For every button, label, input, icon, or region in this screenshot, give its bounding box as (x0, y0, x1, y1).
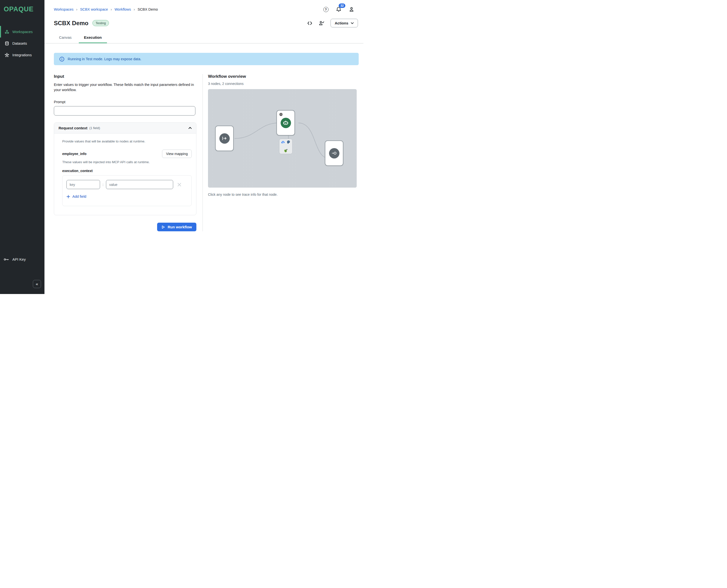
help-icon[interactable]: ? (323, 6, 329, 12)
sidebar-item-datasets[interactable]: Datasets (0, 38, 44, 49)
app-root: OPAQUE Workspaces Dataset (0, 0, 363, 294)
tab-execution[interactable]: Execution (79, 33, 107, 43)
input-column: Input Enter values to trigger your workf… (54, 74, 200, 231)
sidebar-item-api-key[interactable]: API Key (0, 254, 44, 264)
collapse-row: « (0, 264, 44, 288)
datasets-icon (5, 41, 9, 46)
mcp-tools-card[interactable] (279, 139, 292, 154)
chevron-down-icon (351, 22, 354, 24)
columns: Input Enter values to trigger your workf… (54, 74, 359, 231)
context-field-note: These values will be injected into MCP A… (62, 160, 192, 164)
breadcrumb-separator: › (134, 7, 135, 12)
sidebar-item-integrations[interactable]: Integrations (0, 49, 44, 61)
sidebar: OPAQUE Workspaces Dataset (0, 0, 44, 294)
request-context-title: Request context (59, 126, 87, 130)
breadcrumb-separator: › (76, 7, 78, 12)
sidebar-item-label: Workspaces (12, 29, 33, 34)
overview-title: Workflow overview (208, 74, 357, 79)
run-row: Run workflow (54, 223, 196, 231)
context-field-name: employee_info (62, 152, 86, 156)
actions-label: Actions (335, 21, 348, 25)
integrations-icon (5, 53, 9, 57)
execution-context-label: execution_context (62, 169, 192, 173)
agent-robot-icon (281, 118, 291, 128)
plus-icon (66, 195, 70, 198)
add-field-label: Add field (73, 194, 86, 198)
green-connector-icon (284, 149, 288, 152)
title-row: SCBX Demo Testing Actions (44, 12, 363, 27)
topbar-icons: ? 32 (323, 6, 358, 12)
input-section-description: Enter values to trigger your workflow. T… (54, 82, 196, 92)
actions-button[interactable]: Actions (330, 19, 358, 27)
input-node-icon (219, 133, 230, 144)
sidebar-collapse-button[interactable]: « (33, 280, 41, 288)
breadcrumb-workflows[interactable]: Workflows (115, 7, 131, 12)
app-logo: OPAQUE (0, 0, 44, 13)
breadcrumb-workspaces[interactable]: Workspaces (54, 7, 74, 12)
key-value-colon: : (102, 183, 103, 187)
workflow-canvas[interactable] (208, 89, 357, 188)
output-node-icon (329, 148, 339, 159)
play-icon (162, 225, 165, 229)
user-profile-icon[interactable] (348, 6, 355, 12)
request-context-body: Provide values that will be available to… (54, 133, 196, 215)
request-context-description: Provide values that will be available to… (62, 140, 192, 143)
key-value-card: : (62, 175, 192, 206)
breadcrumb-current: SCBX Demo (138, 7, 158, 12)
tab-bar: Canvas Execution (44, 33, 363, 43)
key-value-row: : (66, 180, 187, 189)
topbar: Workspaces › SCBX workspace › Workflows … (44, 0, 363, 12)
request-context-panel: Request context (1 field) Provide values… (54, 122, 196, 215)
overview-column: Workflow overview 3 nodes, 2 connections (203, 74, 359, 231)
api-key-label: API Key (12, 257, 26, 261)
workspaces-icon (5, 29, 9, 34)
sidebar-bottom: API Key « (0, 254, 44, 294)
workflow-node-input[interactable] (215, 126, 234, 151)
banner-text: Running in Test mode. Logs may expose da… (68, 57, 141, 61)
canvas-caption: Click any node to see trace info for tha… (208, 192, 357, 196)
breadcrumb: Workspaces › SCBX workspace › Workflows … (54, 7, 158, 12)
page-title: SCBX Demo (54, 20, 88, 27)
code-icon[interactable] (307, 20, 313, 26)
tab-canvas[interactable]: Canvas (54, 33, 77, 43)
title-actions: Actions (307, 19, 358, 27)
prompt-label: Prompt (54, 100, 196, 104)
remove-field-icon[interactable] (177, 183, 182, 187)
run-workflow-button[interactable]: Run workflow (157, 223, 196, 231)
workflow-node-output[interactable] (325, 141, 343, 166)
info-icon (59, 57, 64, 62)
user-check-icon[interactable] (319, 20, 325, 26)
view-mapping-button[interactable]: View mapping (162, 150, 192, 158)
openai-icon (279, 112, 283, 117)
breadcrumb-workspace[interactable]: SCBX workspace (80, 7, 108, 12)
workflow-node-agent[interactable] (277, 110, 295, 135)
sidebar-nav: Workspaces Datasets (0, 26, 44, 61)
prompt-input[interactable] (54, 106, 196, 115)
input-section-title: Input (54, 74, 196, 79)
sidebar-item-label: Integrations (12, 53, 32, 57)
breadcrumb-separator: › (111, 7, 112, 12)
status-badge: Testing (93, 20, 109, 26)
sidebar-item-workspaces[interactable]: Workspaces (0, 26, 44, 38)
key-input[interactable] (66, 180, 100, 189)
chevron-up-icon[interactable] (188, 127, 192, 129)
add-field-button[interactable]: Add field (66, 194, 86, 198)
notification-count-badge: 32 (339, 3, 345, 8)
request-context-field-count: (1 field) (89, 126, 100, 130)
main-area: Workspaces › SCBX workspace › Workflows … (44, 0, 363, 294)
notifications-bell-icon[interactable]: 32 (336, 6, 342, 12)
sidebar-item-label: Datasets (12, 41, 27, 45)
request-context-header[interactable]: Request context (1 field) (54, 123, 196, 133)
run-workflow-label: Run workflow (168, 225, 192, 229)
value-input[interactable] (106, 180, 173, 189)
key-icon (4, 257, 9, 261)
test-mode-banner: Running in Test mode. Logs may expose da… (54, 53, 359, 65)
cloud-search-icon (281, 140, 285, 144)
content: Running in Test mode. Logs may expose da… (44, 43, 363, 241)
overview-subtitle: 3 nodes, 2 connections (208, 82, 357, 86)
context-field-row: employee_info View mapping (62, 150, 192, 158)
postgresql-icon (286, 140, 290, 144)
